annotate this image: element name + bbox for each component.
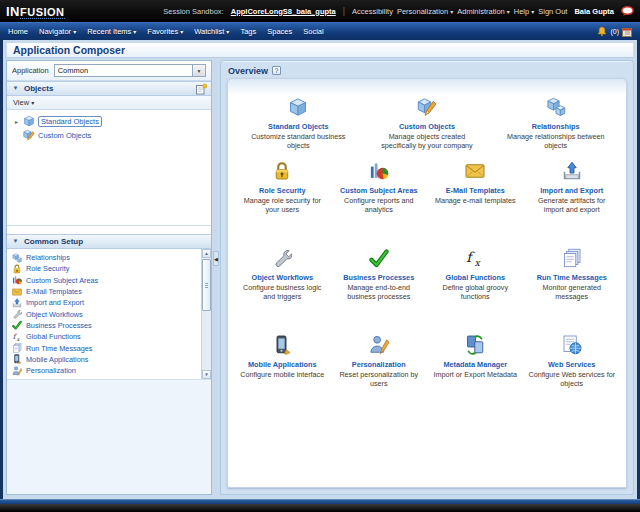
setup-item-label[interactable]: Role Security — [26, 264, 69, 273]
overview-link-e-mail-templates[interactable]: E-Mail Templates — [431, 186, 520, 195]
fx-icon[interactable]: fx — [465, 248, 485, 272]
globe-doc-icon[interactable] — [562, 335, 582, 359]
overview-link-role-security[interactable]: Role Security — [238, 186, 327, 195]
overview-title: Overview — [228, 66, 268, 76]
setup-item-global-functions[interactable]: fx Global Functions — [12, 331, 201, 342]
help-icon[interactable]: ? — [272, 66, 281, 75]
spacer — [7, 226, 211, 234]
setup-item-business-processes[interactable]: Business Processes — [12, 320, 201, 331]
overview-link-custom-objects[interactable]: Custom Objects — [367, 122, 488, 131]
metadata-icon[interactable] — [465, 335, 485, 359]
overview-link-run-time-messages[interactable]: Run Time Messages — [528, 273, 617, 282]
nav-item-recent-items[interactable]: Recent Items▾ — [87, 27, 136, 36]
overview-panel: Overview ? Standard Objects Customize st… — [220, 60, 634, 495]
expand-icon[interactable]: ▸ — [13, 118, 20, 125]
check-icon[interactable] — [369, 248, 389, 272]
setup-item-import-and-export[interactable]: Import and Export — [12, 297, 201, 308]
calendar-icon[interactable] — [622, 27, 632, 37]
tree-item-custom-objects[interactable]: Custom Objects — [13, 128, 211, 142]
topbar-link-sign-out[interactable]: Sign Out — [538, 7, 567, 16]
application-select[interactable]: Common ▼ — [54, 64, 206, 77]
cube-icon[interactable] — [288, 97, 308, 121]
overview-tile-description: Define global groovy functions — [431, 283, 520, 302]
overview-link-personalization[interactable]: Personalization — [335, 360, 424, 369]
session-sandbox-link[interactable]: ApplCoreLongS8_bala_gupta — [231, 7, 336, 16]
setup-item-e-mail-templates[interactable]: E-Mail Templates — [12, 286, 201, 297]
cube-pencil-icon[interactable] — [417, 97, 437, 121]
collapse-section-icon[interactable]: ▼ — [11, 84, 20, 93]
new-object-icon[interactable] — [195, 83, 207, 95]
setup-item-mobile-applications[interactable]: Mobile Applications — [12, 354, 201, 365]
setup-item-custom-subject-areas[interactable]: Custom Subject Areas — [12, 275, 201, 286]
linked-cubes-icon[interactable] — [546, 97, 566, 121]
person-pencil-icon — [12, 366, 22, 376]
import-icon[interactable] — [562, 161, 582, 185]
tree-item-label[interactable]: Custom Objects — [38, 131, 91, 140]
setup-item-run-time-messages[interactable]: Run Time Messages — [12, 342, 201, 353]
nav-item-watchlist[interactable]: Watchlist▾ — [194, 27, 229, 36]
overview-link-custom-subject-areas[interactable]: Custom Subject Areas — [335, 186, 424, 195]
overview-tile-relationships: Relationships Manage relationships betwe… — [491, 97, 620, 161]
nav-item-social[interactable]: Social — [303, 27, 323, 36]
scroll-down-button[interactable]: ▼ — [202, 370, 211, 379]
setup-item-label[interactable]: Relationships — [26, 253, 70, 262]
setup-item-label[interactable]: E-Mail Templates — [26, 287, 82, 296]
view-menu-button[interactable]: View▾ — [13, 98, 34, 107]
panel-splitter[interactable]: ◀ — [212, 60, 220, 495]
scroll-up-button[interactable]: ▲ — [202, 249, 211, 258]
overview-link-import-and-export[interactable]: Import and Export — [528, 186, 617, 195]
topbar-links: AccessibilityPersonalization▾Administrat… — [352, 7, 567, 16]
bell-icon[interactable] — [597, 26, 607, 37]
nav-item-navigator[interactable]: Navigator▾ — [39, 27, 76, 36]
setup-item-relationships[interactable]: Relationships — [12, 252, 201, 263]
setup-item-label[interactable]: Mobile Applications — [26, 355, 88, 364]
nav-item-spaces[interactable]: Spaces — [267, 27, 292, 36]
overview-link-metadata-manager[interactable]: Metadata Manager — [431, 360, 520, 369]
nav-item-favorites[interactable]: Favorites▾ — [147, 27, 183, 36]
topbar-link-personalization[interactable]: Personalization▾ — [397, 7, 453, 16]
overview-row: Role Security Manage role security for y… — [234, 161, 620, 248]
setup-item-role-security[interactable]: Role Security — [12, 263, 201, 274]
setup-item-label[interactable]: Personalization — [26, 366, 76, 375]
collapse-section-icon[interactable]: ▼ — [11, 237, 20, 246]
nav-item-home[interactable]: Home — [8, 27, 28, 36]
pages-icon[interactable] — [562, 248, 582, 272]
objects-section-title: Objects — [24, 84, 191, 93]
chart-icon[interactable] — [369, 161, 389, 185]
tree-item-standard-objects[interactable]: ▸ Standard Objects — [13, 114, 211, 128]
tree-toolbar: View▾ — [7, 96, 211, 110]
setup-item-object-workflows[interactable]: Object Workflows — [12, 308, 201, 319]
chevron-down-icon: ▾ — [507, 9, 510, 15]
nav-item-tags[interactable]: Tags — [240, 27, 256, 36]
mobile-icon[interactable] — [272, 335, 292, 359]
overview-link-standard-objects[interactable]: Standard Objects — [238, 122, 359, 131]
collapse-panel-handle[interactable]: ◀ — [213, 251, 219, 266]
cube-pencil-icon — [23, 129, 35, 141]
setup-item-label[interactable]: Run Time Messages — [26, 344, 93, 353]
topbar-link-accessibility[interactable]: Accessibility — [352, 7, 393, 16]
topbar-link-help[interactable]: Help▾ — [514, 7, 534, 16]
chat-bubble-icon[interactable] — [621, 6, 634, 17]
overview-link-business-processes[interactable]: Business Processes — [335, 273, 424, 282]
setup-item-label[interactable]: Global Functions — [26, 332, 81, 341]
setup-scrollbar[interactable]: ▲ ▼ — [201, 249, 211, 379]
overview-link-object-workflows[interactable]: Object Workflows — [238, 273, 327, 282]
setup-item-label[interactable]: Import and Export — [26, 298, 84, 307]
scrollbar-thumb[interactable] — [202, 259, 211, 311]
person-pencil-icon[interactable] — [369, 335, 389, 359]
overview-link-mobile-applications[interactable]: Mobile Applications — [238, 360, 327, 369]
overview-link-global-functions[interactable]: Global Functions — [431, 273, 520, 282]
overview-link-relationships[interactable]: Relationships — [495, 122, 616, 131]
padlock-icon[interactable] — [272, 161, 292, 185]
scrollbar-track[interactable] — [202, 258, 211, 370]
topbar-link-administration[interactable]: Administration▾ — [457, 7, 510, 16]
setup-item-personalization[interactable]: Personalization — [12, 365, 201, 376]
setup-item-label[interactable]: Object Workflows — [26, 310, 83, 319]
tree-item-label[interactable]: Standard Objects — [38, 116, 102, 127]
envelope-icon[interactable] — [465, 161, 485, 185]
setup-item-label[interactable]: Custom Subject Areas — [26, 276, 98, 285]
wrench-icon[interactable] — [272, 248, 292, 272]
overview-link-web-services[interactable]: Web Services — [528, 360, 617, 369]
chevron-down-icon[interactable]: ▼ — [192, 65, 205, 76]
setup-item-label[interactable]: Business Processes — [26, 321, 92, 330]
